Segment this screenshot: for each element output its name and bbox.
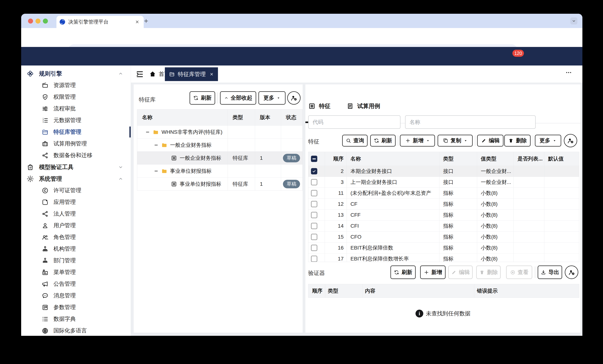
tab-testcase[interactable]: 试算用例 [347,102,380,110]
sidebar-item-12[interactable]: 法人管理 [21,208,131,220]
traffic-light-close[interactable] [28,19,33,23]
sidebar-item-5[interactable]: 特征库管理 [21,126,131,138]
collapse-minus-icon[interactable] [145,130,150,135]
sidebar-item-20[interactable]: 参数管理 [21,301,131,313]
browser-tab-title: 决策引擎管理平台 [68,19,135,25]
sidebar-item-14[interactable]: 角色管理 [21,231,131,243]
validator-view-button[interactable]: 查看 [506,265,532,279]
feature-row[interactable]: 14CFI指标小数(8) [308,220,579,231]
sidebar-item-17[interactable]: 菜单管理 [21,266,131,278]
tree-row[interactable]: 事业单位财报指标特征库1草稿 [137,177,302,190]
row-checkbox[interactable] [311,256,317,262]
validator-permission-button[interactable] [565,265,578,279]
edit-button[interactable]: 编辑 [477,135,503,147]
sidebar-item-11[interactable]: 应用管理 [21,196,131,208]
query-button[interactable]: 查询 [342,135,368,147]
feature-row[interactable]: 11(未分配利润+盈余公积)/年末总资产指标小数(8) [308,188,579,198]
delete-button[interactable]: 删除 [504,135,531,147]
row-checkbox[interactable] [311,234,317,240]
feature-row[interactable]: 12CF指标小数(8) [308,198,579,209]
sidebar-item-3[interactable]: 流程审批 [21,103,131,114]
is-list-cell [514,231,544,242]
validator-edit-button[interactable]: 编辑 [448,265,473,279]
copy-button[interactable]: 复制 [438,135,473,147]
sidebar-item-7[interactable]: 数据备份和迁移 [21,149,131,161]
validator-add-button[interactable]: 新增 [420,265,446,279]
row-checkbox[interactable] [311,245,317,251]
sidebar-item-0[interactable]: 规则引擎 [21,68,131,80]
code-filter-input[interactable] [308,115,400,129]
sidebar-item-4[interactable]: 123元数据管理 [21,114,131,126]
sidebar-item-10[interactable]: 许可证管理 [21,185,131,196]
traffic-light-minimize[interactable] [35,19,40,23]
validator-column-header: 类型 [325,284,362,297]
tree-row[interactable]: WHNS非零售内评(特征库) [137,125,302,138]
order-cell: 16 [325,242,347,253]
feature-more-button[interactable]: 更多 [535,135,561,147]
browser-tab[interactable]: 决策引擎管理平台 [57,16,144,28]
tab-feature[interactable]: 特征 [308,102,330,110]
feature-refresh-button[interactable]: 刷新 [370,135,396,147]
row-checkbox[interactable] [311,168,317,174]
tree-row[interactable]: 一般企业财务指标特征库1草稿 [137,151,302,164]
type-cell: 指标 [440,231,477,242]
name-cell: CFI [347,221,440,231]
name-filter-input[interactable] [405,115,536,129]
new-tab-icon[interactable] [143,18,149,24]
collapse-minus-icon[interactable] [154,169,159,173]
sidebar-item-18[interactable]: 公告管理 [21,278,131,290]
name-cell: 上一期企业财务接口 [347,177,440,188]
globe-icon [42,327,49,334]
sidebar-item-19[interactable]: 消息管理 [21,290,131,301]
home-icon[interactable] [149,70,156,78]
sidebar-item-9[interactable]: 系统管理 [21,173,131,185]
tree-row[interactable]: 一般企业财务指标 [137,138,302,151]
default-value-cell [544,199,579,209]
validator-delete-button[interactable]: 删除 [476,265,501,279]
tab-feature-library[interactable]: 特征库管理 [165,67,218,81]
feature-row[interactable]: 13CFF指标小数(8) [308,209,579,220]
export-button[interactable]: 导出 [538,265,562,279]
sidebar-item-label: 菜单管理 [53,268,76,276]
more-actions-ellipsis-icon[interactable] [563,69,574,76]
collapse-minus-icon[interactable] [154,143,159,148]
tab-search-button[interactable] [570,17,577,24]
row-checkbox[interactable] [311,212,317,218]
feature-row[interactable]: 2本期企业财务接口接口一般企业财... [308,166,579,177]
select-all-checkbox[interactable] [311,156,317,162]
sidebar-item-2[interactable]: 权限管理 [21,91,131,103]
sidebar-item-label: 公告管理 [53,280,76,288]
feature-table-header: 顺序名称类型值类型是否列表...默认值 [308,152,579,166]
list-icon [42,316,49,323]
tab-close-icon[interactable] [209,72,214,76]
tree-row[interactable]: 事业单位财报指标 [137,164,302,177]
validator-refresh-button[interactable]: 刷新 [390,265,416,279]
feature-row[interactable]: 15CFO指标小数(8) [308,231,579,242]
sidebar-item-21[interactable]: 数据字典 [21,313,131,325]
row-checkbox[interactable] [311,190,317,196]
sidebar-item-22[interactable]: 国际化多语言 [21,325,131,336]
feature-row[interactable]: 3上一期企业财务接口接口一般企业财... [308,177,579,188]
collapse-all-button[interactable]: 全部收起 [220,91,256,105]
sidebar-item-15[interactable]: 机构管理 [21,243,131,255]
tab-close-icon[interactable] [135,20,139,24]
library-permission-button[interactable] [287,91,301,105]
sidebar-item-1[interactable]: 资源管理 [21,80,131,91]
feature-row[interactable]: 17EBIT利息保障倍数增长率指标小数(8) [308,253,579,262]
sidebar-item-6[interactable]: 试算用例管理 [21,138,131,149]
row-checkbox[interactable] [311,201,317,207]
collapse-menu-icon[interactable] [136,70,144,79]
traffic-light-zoom[interactable] [43,19,48,23]
default-value-cell [544,242,579,253]
library-refresh-button[interactable]: 刷新 [190,91,215,105]
library-more-button[interactable]: 更多 [258,91,286,105]
share-icon [42,152,49,159]
sidebar-item-13[interactable]: 用户管理 [21,220,131,231]
row-checkbox[interactable] [311,223,317,229]
row-checkbox[interactable] [311,179,317,185]
sidebar-item-16[interactable]: 部门管理 [21,255,131,266]
feature-row[interactable]: 16EBIT利息保障倍数指标小数(8) [308,242,579,253]
add-button[interactable]: 新增 [400,135,435,147]
feature-permission-button[interactable] [564,134,577,147]
sidebar-item-8[interactable]: 模型验证工具 [21,161,131,173]
